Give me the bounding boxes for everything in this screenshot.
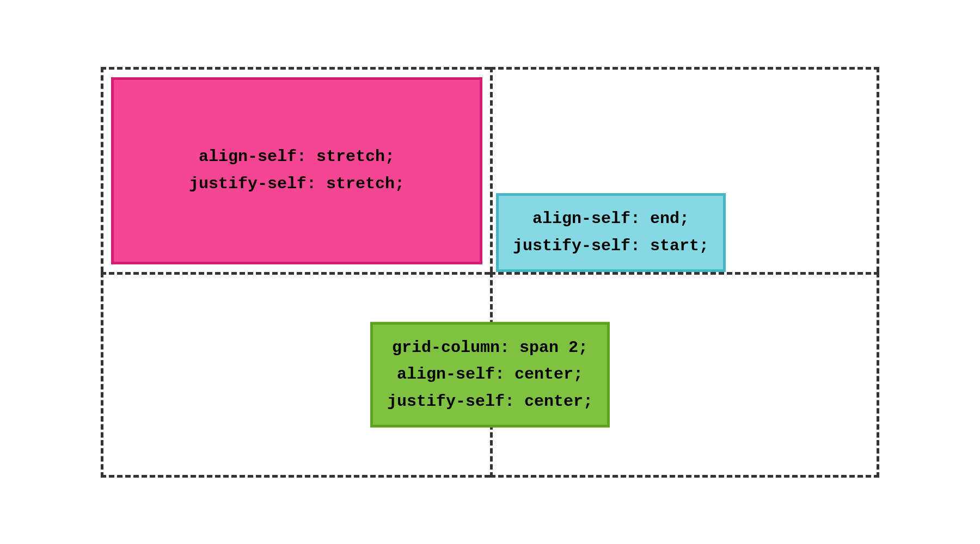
grid-item-span-center: grid-column: span 2; align-self: center;… [370,322,610,428]
grid-cell-top-left: align-self: stretch; justify-self: stret… [101,67,490,273]
css-grid-diagram: align-self: stretch; justify-self: stret… [101,67,879,478]
grid-cell-top-right: align-self: end; justify-self: start; [490,67,879,273]
code-line: align-self: stretch; [199,144,395,171]
code-line: grid-column: span 2; [392,335,588,362]
code-line: justify-self: stretch; [189,171,405,198]
code-line: justify-self: start; [513,233,709,260]
code-line: justify-self: center; [387,388,593,416]
code-line: align-self: center; [397,361,583,388]
grid-item-end-start: align-self: end; justify-self: start; [496,193,726,272]
grid-item-stretch: align-self: stretch; justify-self: stret… [111,77,482,265]
code-line: align-self: end; [532,206,689,233]
